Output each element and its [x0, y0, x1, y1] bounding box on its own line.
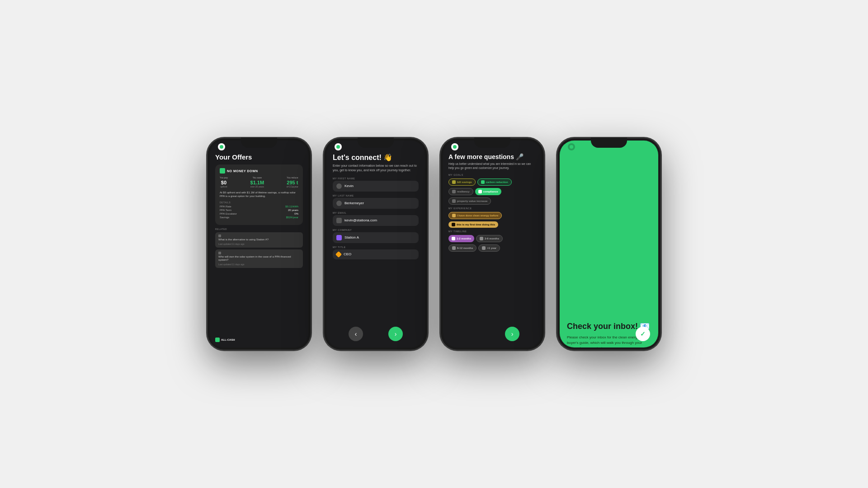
- offers-title: Your Offers: [215, 153, 303, 161]
- you-pay-metric: You pay $0 upfront: [220, 176, 228, 188]
- phone-3-screen: A few more questions 🎤 Help us better un…: [443, 141, 542, 347]
- status-bar-3: [443, 141, 542, 153]
- phones-container: Your Offers NO MONEY DOWN You pay $0 upf…: [207, 138, 661, 350]
- connect-title: Let's connect! 👋: [333, 153, 419, 162]
- company-icon: [336, 235, 342, 240]
- related-card-2[interactable]: Who will own the solar system in the cas…: [215, 249, 303, 268]
- person-icon: [336, 183, 342, 189]
- badge-text: NO MONEY DOWN: [227, 169, 258, 173]
- tag-bill-savings[interactable]: bill savings: [448, 178, 476, 186]
- phone-4-screen: Check your inbox! 📧 Please check your in…: [560, 141, 658, 347]
- related-section: RELATED What is the alternative to using…: [215, 228, 303, 268]
- next-button-3[interactable]: ›: [505, 327, 519, 341]
- tag-property-value[interactable]: property value increase: [448, 197, 491, 205]
- person-icon-2: [336, 201, 342, 206]
- questions-title: A few more questions 🎤: [448, 153, 536, 160]
- tag-6-12-months[interactable]: 6-12 months: [448, 244, 476, 252]
- status-bar-1: [210, 141, 308, 153]
- email-input[interactable]: kevin@stationa.com: [333, 215, 419, 226]
- app-logo-3: [451, 143, 458, 150]
- last-name-input[interactable]: Berkemeyer: [333, 198, 419, 209]
- details-section: DETAILS PPA Rate $0.11/kWh PPA Term 20 y…: [220, 201, 298, 219]
- phone-1-screen: Your Offers NO MONEY DOWN You pay $0 upf…: [210, 141, 308, 347]
- first-name-input[interactable]: Kevin: [333, 181, 419, 192]
- last-name-field: MY LAST NAME Berkemeyer: [333, 194, 419, 209]
- tag-2-6-months[interactable]: 2-6 months: [476, 235, 503, 242]
- phone-1-content: Your Offers NO MONEY DOWN You pay $0 upf…: [210, 153, 308, 347]
- tag-1-2-months[interactable]: 1-2 months: [448, 235, 474, 242]
- goals-tags-3: property value increase: [448, 197, 536, 205]
- status-bar-2: [326, 141, 425, 153]
- timeline-tags-2: 6-12 months >1 year: [448, 244, 536, 252]
- phone-2-screen: Let's connect! 👋 Enter your contact info…: [326, 141, 425, 347]
- phone-1-footer: ALL-CASH: [210, 336, 308, 344]
- no-money-badge: NO MONEY DOWN: [220, 168, 298, 174]
- phone-3: A few more questions 🎤 Help us better un…: [440, 138, 544, 350]
- app-logo-4: [568, 143, 575, 150]
- timeline-tags: 1-2 months 2-6 months: [448, 235, 536, 242]
- tag-1-year[interactable]: >1 year: [478, 244, 500, 252]
- phone-4: Check your inbox! 📧 Please check your in…: [557, 138, 661, 350]
- you-save-metric: You save $1.1M over 20 years: [250, 176, 264, 188]
- tag-done-before[interactable]: I have done clean energy before: [448, 212, 502, 219]
- goals-tags-2: resiliency compliance: [448, 188, 536, 195]
- phone-2: Let's connect! 👋 Enter your contact info…: [324, 138, 428, 350]
- title-field: MY TITLE CEO: [333, 246, 419, 259]
- first-name-field: MY FIRST NAME Kevin: [333, 177, 419, 192]
- title-icon: [335, 251, 342, 258]
- experience-tags: I have done clean energy before: [448, 212, 536, 219]
- phone-1: Your Offers NO MONEY DOWN You pay $0 upf…: [207, 138, 311, 350]
- app-logo-1: [218, 143, 225, 150]
- goals-tags: bill savings carbon reduction: [448, 178, 536, 186]
- you-reduce-metric: You reduce 295 t of CO₂/year: [287, 176, 298, 188]
- app-logo-2: [335, 143, 342, 150]
- experience-tags-2: this is my first time doing this: [448, 221, 536, 228]
- phone-3-content: A few more questions 🎤 Help us better un…: [443, 153, 542, 254]
- tag-first-time[interactable]: this is my first time doing this: [448, 221, 498, 228]
- metrics-row: You pay $0 upfront You save $1.1M over 2…: [220, 176, 298, 188]
- phone-4-content: Check your inbox! 📧 Please check your in…: [560, 153, 658, 347]
- tag-resiliency[interactable]: resiliency: [448, 188, 473, 195]
- phone-2-content: Let's connect! 👋 Enter your contact info…: [326, 153, 425, 262]
- company-field: MY COMPANY Station A: [333, 229, 419, 243]
- email-field: MY EMAIL kevin@stationa.com: [333, 211, 419, 226]
- offer-card-ppa: NO MONEY DOWN You pay $0 upfront You sav…: [215, 164, 303, 225]
- prev-button[interactable]: ‹: [349, 327, 363, 341]
- status-bar-4: [560, 141, 658, 153]
- check-button[interactable]: ✓: [636, 327, 650, 341]
- tag-compliance[interactable]: compliance: [475, 188, 501, 195]
- all-cash-badge: ALL-CASH: [215, 338, 303, 342]
- company-input[interactable]: Station A: [333, 232, 419, 243]
- email-icon: [336, 218, 342, 223]
- next-button[interactable]: ›: [388, 327, 403, 341]
- tag-carbon-reduction[interactable]: carbon reduction: [477, 178, 512, 186]
- title-input[interactable]: CEO: [333, 249, 419, 259]
- related-card-1[interactable]: What is the alternative to using Station…: [215, 232, 303, 248]
- badge-icon: [220, 168, 225, 174]
